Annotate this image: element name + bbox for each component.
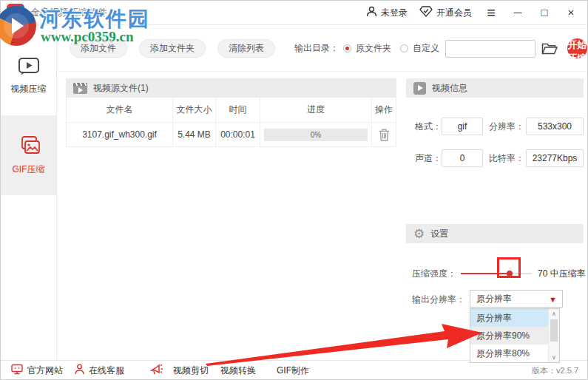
radio-custom-dir[interactable]: 自定义 [400, 42, 439, 55]
close-button[interactable]: × [564, 5, 578, 20]
output-resolution-value: 原分辨率 [476, 293, 512, 305]
settings-header: ⚙ 设置 [406, 224, 584, 243]
vip-label: 开通会员 [436, 7, 472, 19]
gif-make-link[interactable]: GIF制作 [277, 361, 309, 380]
output-resolution-label: 输出分辨率： [412, 294, 465, 306]
customer-service-icon [75, 364, 84, 377]
delete-file-icon[interactable] [379, 129, 390, 141]
table-row: 3107.gif_wh300.gif 5.44 MB 00:00:01 0% [67, 122, 396, 146]
vip-button[interactable]: 开通会员 [419, 6, 472, 19]
strength-slider-handle[interactable] [507, 271, 513, 276]
video-cut-label: 视频剪切 [173, 364, 209, 377]
resolution-dropdown: 原分辨率 原分辨率90% 原分辨率80% ∧ ∨ [470, 308, 560, 363]
toolbar: 添加文件 添加文件夹 清除列表 输出目录： 原文件夹 自定义 开始压缩 [58, 26, 587, 72]
strength-label: 压缩强度： [412, 268, 456, 280]
column-header-filename: 文件名 [67, 98, 172, 122]
online-service-label: 在线客服 [89, 364, 124, 377]
login-status-label: 未登录 [381, 7, 408, 19]
video-convert-label: 视频转换 [220, 364, 256, 377]
strength-value: 70 中压缩率 [538, 268, 586, 280]
minimize-button[interactable]: ─ [510, 5, 525, 20]
channels-value: 0 [442, 149, 483, 167]
sidebar-item-video-compress[interactable]: 视频压缩 [1, 26, 56, 110]
custom-dir-input[interactable] [445, 40, 535, 58]
maximize-button[interactable]: □ [537, 5, 552, 20]
settings-title: 设置 [430, 228, 448, 240]
file-panel-header: 视频源文件(1) [66, 78, 396, 98]
menu-button[interactable]: ≡ [484, 5, 499, 20]
gif-make-label: GIF制作 [277, 364, 309, 377]
online-service-link[interactable]: 在线客服 [75, 361, 124, 380]
output-dir-label: 输出目录： [294, 42, 339, 55]
video-info-header: 视频信息 [406, 78, 584, 98]
chevron-down-icon: ▼ [549, 295, 557, 304]
radio-original-folder-control[interactable] [343, 44, 351, 52]
user-icon [366, 6, 377, 19]
cell-progress: 0% [260, 123, 371, 146]
cell-size: 5.44 MB [172, 123, 215, 146]
video-cut-link[interactable]: 视频剪切 [150, 361, 209, 380]
scroll-up-icon[interactable]: ∧ [549, 309, 559, 319]
bitrate-value: 23277Kbps [526, 149, 584, 167]
cell-operation [371, 123, 396, 146]
radio-original-folder-label: 原文件夹 [356, 42, 391, 55]
dropdown-option-80[interactable]: 原分辨率80% [470, 345, 559, 362]
resolution-label: 分辨率： [486, 121, 524, 133]
progress-bar: 0% [264, 129, 368, 141]
compression-strength-row: 压缩强度： 70 中压缩率 [406, 263, 584, 284]
strength-slider[interactable] [461, 273, 532, 274]
scroll-down-icon[interactable]: ∨ [549, 353, 559, 362]
official-site-link[interactable]: 官方网站 [11, 361, 63, 380]
sidebar: 视频压缩 GIF压缩 [1, 26, 57, 360]
video-convert-link[interactable]: 视频转换 [220, 361, 256, 380]
diamond-icon [419, 6, 433, 19]
info-row-2: 声道： 0 比特率： 23277Kbps [406, 149, 584, 167]
file-panel-title: 视频源文件(1) [93, 82, 149, 95]
format-value: gif [442, 118, 483, 135]
dropdown-option-original[interactable]: 原分辨率 [470, 309, 559, 327]
output-resolution-row: 输出分辨率： 原分辨率 ▼ [406, 290, 584, 308]
megaphone-icon [150, 364, 163, 378]
clapperboard-icon [73, 83, 87, 94]
add-folder-button[interactable]: 添加文件夹 [139, 39, 206, 58]
scrollbar-thumb[interactable] [550, 319, 558, 342]
radio-custom-dir-label: 自定义 [413, 42, 439, 55]
radio-custom-dir-control[interactable] [400, 44, 408, 52]
app-logo-icon [7, 4, 24, 21]
table-header-row: 文件名 文件大小 时间 进度 操作 [67, 98, 396, 122]
sidebar-item-label: 视频压缩 [11, 83, 47, 95]
version-label: 版本：v2.5.7 [532, 361, 578, 380]
login-status-button[interactable]: 未登录 [366, 6, 408, 19]
start-compress-button[interactable]: 开始压缩 [567, 38, 587, 58]
official-site-label: 官方网站 [27, 364, 63, 377]
play-icon [413, 82, 426, 95]
column-header-size: 文件大小 [172, 98, 215, 122]
titlebar-actions: 未登录 开通会员 ≡ ─ □ × [366, 5, 578, 20]
strength-slider-fill [461, 273, 510, 274]
add-file-button[interactable]: 添加文件 [70, 39, 127, 58]
cell-time: 00:00:01 [215, 123, 260, 146]
output-resolution-select[interactable]: 原分辨率 ▼ [470, 290, 563, 308]
title-bar: 金舟视频压缩软件 未登录 开通会员 ≡ ─ □ × [1, 1, 587, 25]
gif-compress-icon [18, 135, 40, 158]
column-header-operation: 操作 [371, 98, 396, 122]
sidebar-item-label: GIF压缩 [13, 163, 45, 176]
bitrate-label: 比特率： [486, 152, 524, 165]
radio-original-folder[interactable]: 原文件夹 [343, 42, 391, 55]
channels-label: 声道： [412, 152, 442, 165]
video-info-title: 视频信息 [432, 82, 467, 95]
browse-folder-icon[interactable] [541, 42, 558, 55]
column-header-progress: 进度 [260, 98, 371, 122]
column-header-time: 时间 [215, 98, 260, 122]
cell-filename: 3107.gif_wh300.gif [67, 123, 172, 146]
clear-list-button[interactable]: 清除列表 [217, 39, 275, 58]
app-window: 金舟视频压缩软件 未登录 开通会员 ≡ ─ □ × 河东软件园 www.pc03… [0, 0, 588, 380]
file-list-panel: 视频源文件(1) 文件名 文件大小 时间 进度 操作 3107.gif_wh30… [66, 78, 396, 147]
dropdown-option-90[interactable]: 原分辨率90% [470, 327, 559, 345]
info-row-1: 格式： gif 分辨率： 533x300 [406, 118, 584, 135]
video-compress-icon [18, 57, 40, 78]
dropdown-scrollbar[interactable]: ∧ ∨ [548, 309, 559, 362]
sidebar-item-gif-compress[interactable]: GIF压缩 [1, 115, 56, 195]
app-title: 金舟视频压缩软件 [30, 6, 107, 19]
format-label: 格式： [412, 121, 442, 133]
